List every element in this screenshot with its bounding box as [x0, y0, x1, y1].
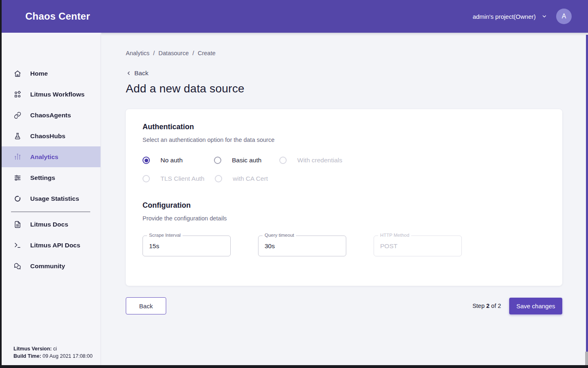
step-current: 2 [486, 303, 490, 309]
avatar[interactable]: A [556, 9, 572, 24]
sidebar-item-label: ChaosAgents [30, 112, 71, 119]
breadcrumb-datasource[interactable]: Datasource [158, 50, 189, 56]
sidebar-item-home[interactable]: Home [0, 63, 100, 84]
back-link-label: Back [134, 70, 148, 77]
radio-label: No auth [160, 157, 183, 164]
main-content: Analytics / Datasource / Create Back Add… [101, 33, 588, 368]
radio-label: Basic auth [232, 157, 261, 164]
sidebar-item-chaosagents[interactable]: ChaosAgents [0, 105, 100, 126]
auth-options-row-1: No auth Basic auth With credentials [143, 157, 546, 164]
bar-chart-icon [14, 153, 21, 161]
chevron-down-icon [541, 13, 547, 19]
sidebar-item-label: Litmus Docs [30, 221, 68, 228]
configuration-subtitle: Provide the configuration details [143, 215, 546, 222]
avatar-letter: A [562, 13, 566, 20]
scrollbar-track[interactable] [585, 352, 588, 366]
http-method-value: POST [380, 242, 397, 250]
scrollbar-thumb[interactable] [586, 35, 588, 352]
sidebar-item-label: Community [30, 263, 65, 270]
version-label: Litmus Version: [13, 346, 52, 352]
version-value: ci [53, 346, 57, 352]
step-total: 2 [498, 303, 501, 309]
page-title: Add a new data source [126, 82, 538, 95]
sidebar-item-usage-statistics[interactable]: Usage Statistics [0, 188, 100, 209]
home-icon [14, 70, 21, 77]
radio-no-auth[interactable]: No auth [143, 157, 214, 164]
build-time-value: 09 Aug 2021 17:08:00 [42, 353, 92, 359]
radio-label: with CA Cert [233, 175, 268, 182]
scrape-interval-label: Scrape Interval [147, 233, 183, 238]
configuration-title: Configuration [143, 201, 546, 210]
sidebar-item-label: Settings [30, 174, 55, 182]
project-selector[interactable]: admin's project(Owner) [472, 13, 547, 20]
sliders-icon [14, 174, 21, 182]
breadcrumb-separator: / [192, 50, 194, 56]
document-icon [14, 221, 21, 228]
scrape-interval-value[interactable]: 15s [149, 242, 159, 250]
terminal-icon [14, 242, 21, 249]
app-title: Chaos Center [25, 11, 90, 22]
authentication-subtitle: Select an authentication option for the … [143, 137, 546, 143]
query-timeout-field[interactable]: Query timeout 30s [258, 236, 346, 256]
build-info: Litmus Version: ci Build Time: 09 Aug 20… [13, 345, 93, 360]
save-changes-button[interactable]: Save changes [509, 298, 562, 314]
chevron-left-icon [126, 70, 131, 76]
step-of: of [491, 303, 496, 309]
radio-disabled-icon [143, 175, 150, 182]
breadcrumb-analytics[interactable]: Analytics [126, 50, 149, 56]
sidebar: Home Litmus Workflows ChaosAgents ChaosH… [0, 33, 101, 368]
radio-label: TLS Client Auth [160, 175, 205, 182]
sidebar-item-litmus-api-docs[interactable]: Litmus API Docs [0, 235, 100, 256]
sidebar-item-label: Home [30, 70, 48, 77]
screenshot-bottom-edge [0, 365, 588, 368]
authentication-title: Authentication [143, 123, 546, 131]
sidebar-item-litmus-workflows[interactable]: Litmus Workflows [0, 84, 100, 105]
scrape-interval-field[interactable]: Scrape Interval 15s [143, 236, 231, 256]
datasource-form-card: Authentication Select an authentication … [126, 109, 562, 286]
query-timeout-label: Query timeout [263, 233, 296, 238]
sidebar-item-chaoshubs[interactable]: ChaosHubs [0, 126, 100, 146]
radio-tls-client-auth: TLS Client Auth [143, 175, 215, 182]
build-time-label: Build Time: [13, 353, 41, 359]
link-icon [14, 112, 21, 119]
sidebar-item-community[interactable]: Community [0, 256, 100, 277]
radio-with-credentials: With credentials [279, 157, 342, 164]
flask-icon [14, 132, 21, 140]
back-button[interactable]: Back [126, 297, 166, 314]
project-selector-label: admin's project(Owner) [472, 13, 536, 20]
radio-basic-auth[interactable]: Basic auth [214, 157, 279, 164]
screenshot-left-edge [0, 0, 2, 368]
radio-disabled-icon [279, 157, 287, 164]
query-timeout-value[interactable]: 30s [265, 242, 275, 250]
sidebar-item-analytics[interactable]: Analytics [0, 146, 100, 167]
sidebar-divider [11, 211, 90, 212]
sidebar-item-label: Usage Statistics [30, 195, 79, 202]
usage-loop-icon [14, 195, 21, 202]
breadcrumb: Analytics / Datasource / Create [126, 50, 538, 56]
app-header: Chaos Center admin's project(Owner) A [0, 0, 588, 33]
action-bar: Back Step 2 of 2 Save changes [126, 297, 562, 314]
step-indicator: Step 2 of 2 [472, 303, 501, 309]
sidebar-item-label: Litmus API Docs [30, 242, 80, 249]
step-prefix: Step [472, 303, 485, 309]
radio-label: With credentials [297, 157, 342, 164]
breadcrumb-create[interactable]: Create [198, 50, 216, 56]
sidebar-item-settings[interactable]: Settings [0, 167, 100, 188]
sidebar-item-label: Litmus Workflows [30, 91, 85, 98]
http-method-label: HTTP Method [378, 233, 411, 238]
sidebar-item-label: Analytics [30, 153, 58, 161]
auth-options-row-2: TLS Client Auth with CA Cert [143, 175, 546, 182]
configuration-fields: Scrape Interval 15s Query timeout 30s HT… [143, 236, 546, 256]
radio-disabled-icon [215, 175, 222, 182]
breadcrumb-separator: / [153, 50, 155, 56]
sidebar-item-label: ChaosHubs [30, 132, 65, 140]
back-link[interactable]: Back [126, 70, 154, 77]
http-method-field: HTTP Method POST [374, 236, 462, 256]
radio-selected-icon[interactable] [143, 157, 150, 164]
sidebar-item-litmus-docs[interactable]: Litmus Docs [0, 214, 100, 235]
chat-icon [14, 263, 21, 270]
workflows-icon [14, 91, 21, 98]
radio-unselected-icon[interactable] [214, 157, 221, 164]
radio-with-ca-cert: with CA Cert [215, 175, 268, 182]
